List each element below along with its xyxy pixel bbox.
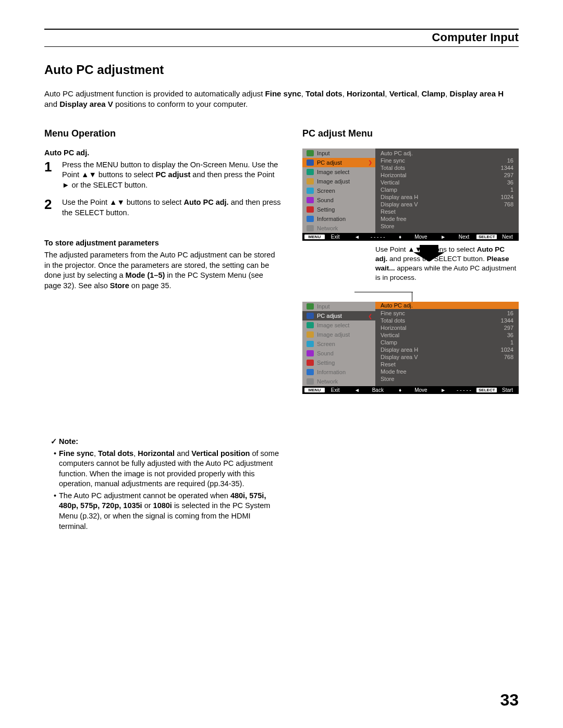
osd-item-network[interactable]: Network [302,224,375,233]
osd-param-row[interactable]: Display area H1024 [380,193,515,201]
osd-item-image-adjust[interactable]: Image adjust [302,177,375,186]
osd-param-row[interactable]: Display area H1024 [380,346,515,353]
osd-param-row[interactable]: Total dots1344 [380,317,515,324]
note-item: The Auto PC adjustment cannot be operate… [54,491,282,532]
right-column: PC adjust Menu Input PC adjust❯ Image se… [302,128,519,534]
checkmark-icon: ✓ [51,437,57,446]
osd-param-row[interactable]: Reset [380,361,515,368]
osd-item-input[interactable]: Input [302,302,375,311]
note-title: ✓Note: [51,437,282,446]
section-header: Computer Input [44,31,519,44]
osd-param-row[interactable]: Display area V768 [380,353,515,361]
step-number: 1 [44,160,55,191]
osd-param-row[interactable]: Mode free [380,368,515,375]
input-icon [307,303,314,310]
callout-line [354,292,413,292]
osd-footer: MENUExit ◄Back ♦Move ►- - - - - SELECTSt… [302,386,519,394]
osd-item-setting[interactable]: Setting [302,358,375,367]
osd-item-input[interactable]: Input [302,149,375,158]
caption-text: Use Point ▲▼ buttons to select Auto PC a… [375,245,519,283]
pc-adjust-icon [307,313,314,319]
image-select-icon [307,169,314,175]
osd-param-row[interactable]: Vertical36 [380,179,515,186]
osd-param-row[interactable]: Mode free [380,215,515,223]
osd-item-sound[interactable]: Sound [302,195,375,205]
note-block: ✓Note: Fine sync, Total dots, Horizontal… [44,437,282,532]
osd-param-row[interactable]: Total dots1344 [380,164,515,171]
setting-icon [307,206,314,213]
foot-back: ◄Back [348,387,388,393]
osd-item-image-select[interactable]: Image select [302,167,375,177]
foot-select: SELECTNext [476,234,517,240]
osd-param-row[interactable]: Store [380,223,515,230]
osd-item-network[interactable]: Network [302,377,375,386]
osd-param-row[interactable]: Clamp1 [380,339,515,346]
intro-text: Auto PC adjustment function is provided … [44,89,265,98]
rule-top-thick [44,29,519,30]
chevron-right-icon: ❯ [368,159,372,165]
step-text: Press the MENU button to display the On-… [62,160,282,191]
auto-pc-adj-heading: Auto PC adj. [44,149,282,157]
osd-item-image-select[interactable]: Image select [302,320,375,330]
step-1: 1 Press the MENU button to display the O… [44,160,282,191]
osd-item-screen[interactable]: Screen [302,186,375,195]
page-number: 33 [500,690,519,710]
intro-tail: positions to conform to your computer. [113,100,248,108]
osd-params: Auto PC adj. Fine sync16 Total dots1344 … [375,302,519,386]
left-column: Menu Operation Auto PC adj. 1 Press the … [44,128,282,534]
rule-top-thin [44,46,519,47]
sound-icon [307,197,314,203]
foot-next: ►- - - - - [434,387,474,393]
information-icon [307,216,314,222]
store-block: To store adjustment parameters The adjus… [44,239,282,291]
osd-param-row[interactable]: Horizontal297 [380,324,515,331]
osd-param-row[interactable]: Clamp1 [380,186,515,193]
store-text: The adjusted parameters from the Auto PC… [44,250,282,291]
osd-footer: MENUExit ◄- - - - - ♦Move ►Next SELECTNe… [302,233,519,241]
osd-panel-1: Input PC adjust❯ Image select Image adju… [302,149,519,241]
chevron-left-icon: ❮ [368,313,372,319]
osd-item-information[interactable]: Information [302,214,375,224]
osd-param-row[interactable]: Store [380,375,515,382]
store-heading: To store adjustment parameters [44,239,282,247]
setting-icon [307,360,314,366]
foot-move: ♦Move [390,234,431,240]
menu-operation-heading: Menu Operation [44,128,282,139]
input-icon [307,150,314,156]
osd-item-screen[interactable]: Screen [302,339,375,349]
osd-item-pc-adjust[interactable]: PC adjust❮ [302,311,375,320]
osd-param-row[interactable]: Reset [380,208,515,215]
network-icon [307,378,314,385]
information-icon [307,369,314,375]
intro-bold: Vertical [389,89,417,98]
osd-param-row[interactable]: Fine sync16 [380,157,515,164]
pc-adjust-menu-heading: PC adjust Menu [302,128,519,139]
osd-param-row[interactable]: Horizontal297 [380,171,515,179]
image-adjust-icon [307,178,314,184]
osd-item-pc-adjust[interactable]: PC adjust❯ [302,158,375,167]
step-number: 2 [44,198,55,218]
osd-item-image-adjust[interactable]: Image adjust [302,330,375,339]
foot-back: ◄- - - - - [348,234,388,240]
step-text: Use the Point ▲▼ buttons to select Auto … [62,198,282,218]
osd-item-setting[interactable]: Setting [302,205,375,214]
step-2: 2 Use the Point ▲▼ buttons to select Aut… [44,198,282,218]
image-adjust-icon [307,331,314,338]
intro-bold: Display area H [450,89,504,98]
intro-bold: Fine sync [265,89,301,98]
osd-param-row-selected[interactable]: Auto PC adj. [375,302,519,309]
osd-param-row[interactable]: Fine sync16 [380,310,515,317]
osd-item-sound[interactable]: Sound [302,349,375,358]
osd-param-row[interactable]: Auto PC adj. [380,150,515,157]
screen-icon [307,341,314,347]
osd-param-row[interactable]: Display area V768 [380,201,515,208]
intro-bold: Horizontal [347,89,385,98]
foot-exit: MENUExit [304,234,345,240]
note-item: Fine sync, Total dots, Horizontal and Ve… [54,449,282,489]
osd-item-information[interactable]: Information [302,367,375,377]
osd-sidebar: Input PC adjust❮ Image select Image adju… [302,302,375,386]
osd-sidebar: Input PC adjust❯ Image select Image adju… [302,149,375,233]
osd-panel-2: Input PC adjust❮ Image select Image adju… [302,302,519,394]
page-title: Auto PC adjustment [44,63,519,77]
osd-param-row[interactable]: Vertical36 [380,331,515,339]
